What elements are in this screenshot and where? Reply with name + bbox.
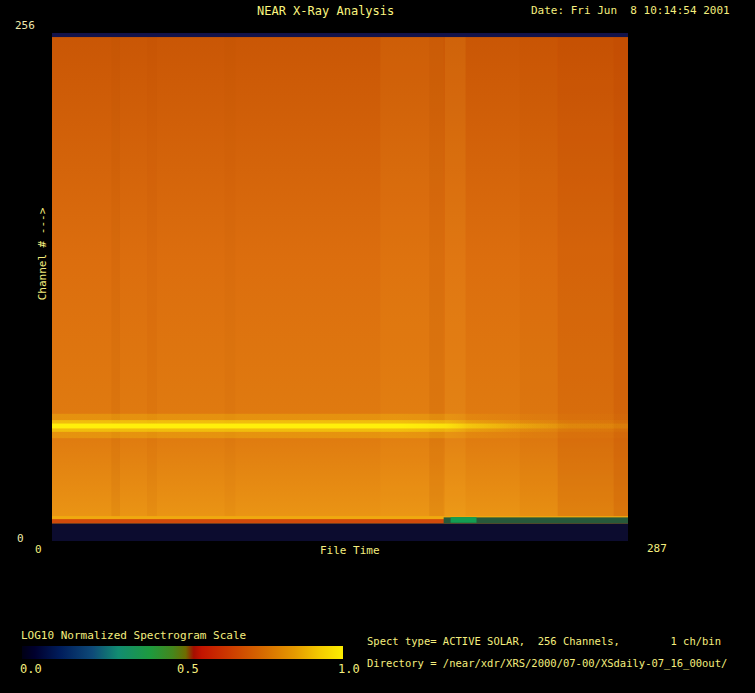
x-axis-max-label: 287 <box>647 543 667 555</box>
y-axis-label: Channel # ---> <box>37 208 49 301</box>
directory-label: Directory = /near/xdr/XRS/2000/07-00/XSd… <box>367 658 727 670</box>
colorbar-title: LOG10 Normalized Spectrogram Scale <box>21 630 246 642</box>
y-axis-min-label: 0 <box>17 533 24 545</box>
colorbar-tick-mid: 0.5 <box>177 663 199 676</box>
x-axis-min-label: 0 <box>35 544 42 556</box>
y-axis-max-label: 256 <box>15 20 35 32</box>
spect-type-label: Spect type= ACTIVE SOLAR, 256 Channels, … <box>367 636 721 648</box>
colorbar-tick-min: 0.0 <box>20 663 42 676</box>
colorbar-tick-max: 1.0 <box>338 663 360 676</box>
x-axis-label: File Time <box>320 545 380 557</box>
spectrogram-plot <box>52 33 628 541</box>
date-label: Date: Fri Jun 8 10:14:54 2001 <box>531 5 730 17</box>
near-xray-analysis-window: NEAR X-Ray Analysis Date: Fri Jun 8 10:1… <box>0 0 755 693</box>
colorbar-gradient <box>22 646 343 659</box>
page-title: NEAR X-Ray Analysis <box>257 5 394 18</box>
